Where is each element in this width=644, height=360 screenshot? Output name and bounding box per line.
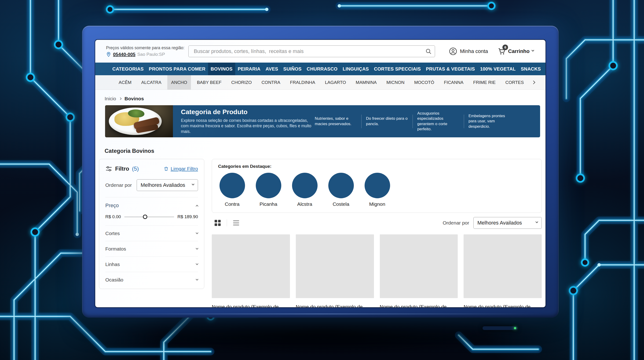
- greens-shape: [128, 109, 144, 117]
- category-image-placeholder: [328, 173, 354, 198]
- nav-item-categorias[interactable]: CATEGORIAS: [110, 63, 146, 75]
- product-name: Nome do produto (Exemplo de: [380, 304, 458, 307]
- nav-item-snacks[interactable]: SNACKS: [518, 63, 544, 75]
- subnav-item-contra[interactable]: CONTRA: [258, 75, 284, 90]
- subnav-item-ancho[interactable]: ANCHO: [167, 75, 191, 90]
- chevron-down-icon: [196, 231, 198, 234]
- category-label: Alcstra: [297, 201, 312, 207]
- zip-code-link[interactable]: 05440-005: [113, 52, 136, 57]
- featured-category-mignon[interactable]: Mignon: [364, 173, 390, 207]
- topbar: Preços válidos somente para essa região:…: [95, 40, 546, 63]
- product-card[interactable]: Nome do produto (Exemplo de: [212, 234, 290, 307]
- nav-item-100-vegetal[interactable]: 100% VEGETAL: [478, 63, 518, 75]
- chevron-down-icon: [192, 183, 194, 186]
- filter-group-cortes[interactable]: Cortes: [105, 226, 198, 241]
- product-name: Nome do produto (Exemplo de: [464, 304, 542, 307]
- subnav-item-fraldinha[interactable]: FRALDINHA: [286, 75, 319, 90]
- search-input[interactable]: [188, 46, 435, 57]
- price-slider-handle[interactable]: [143, 215, 148, 219]
- subnav-item-lagarto[interactable]: LAGARTO: [321, 75, 350, 90]
- featured-category-picanha[interactable]: Picanha: [255, 173, 282, 207]
- nav-item-variados[interactable]: VARIADOS: [544, 63, 546, 75]
- clear-filter-label: Limgar Filtro: [170, 166, 198, 171]
- search-button[interactable]: [424, 47, 433, 56]
- sub-navigation: ACÊM ALCATRA ANCHO BABY BEEF CHORIZO CON…: [95, 75, 546, 90]
- subnav-item-acem[interactable]: ACÊM: [115, 75, 135, 90]
- subnav-item-ficanna[interactable]: FICANNA: [440, 75, 467, 90]
- nav-item-churrasco[interactable]: CHURRASCO: [304, 63, 340, 75]
- subnav-item-micnon[interactable]: MICNON: [382, 75, 408, 90]
- filter-group-formatos[interactable]: Formatos: [105, 241, 198, 256]
- toolbar-sort: Ordenar por Melhores Availados: [443, 217, 542, 229]
- monitor-frame: Preços válidos somente para essa região:…: [82, 26, 558, 318]
- product-card[interactable]: Nome do produto (Exemplo de: [380, 234, 458, 307]
- subnav-scroll-right-button[interactable]: [530, 79, 537, 86]
- product-name: Nome do produto (Exemplo de: [296, 304, 374, 307]
- breadcrumb: Inicio Bovinos: [104, 96, 542, 101]
- category-label: Mignon: [369, 201, 386, 207]
- product-image-placeholder: [212, 234, 290, 298]
- price-max: R$ 189.90: [178, 214, 198, 219]
- desktop-background: Preços válidos somente para essa região:…: [0, 0, 644, 360]
- chevron-down-icon: [532, 49, 534, 51]
- hero-description: Explore nossa seleção de cornes boxinas …: [181, 118, 312, 134]
- filter-header: Filtro (5) Limgar Filtro: [105, 165, 198, 172]
- subnav-item-alcatra[interactable]: ALCATRA: [137, 75, 165, 90]
- user-icon: [449, 47, 457, 55]
- featured-category-alcstra[interactable]: Alcstra: [292, 173, 318, 207]
- cart-icon-wrap: 6: [498, 47, 506, 55]
- subnav-item-cortes[interactable]: CORTES: [502, 75, 528, 90]
- featured-categories-box: Categories em Destaque: Contra Picanha: [212, 159, 542, 213]
- category-image-placeholder: [292, 173, 318, 198]
- featured-heading: Categories em Destaque:: [218, 164, 536, 169]
- featured-items: Contra Picanha Alcstra: [218, 173, 536, 207]
- nav-item-linguicas[interactable]: LINGUIÇAS: [340, 63, 372, 75]
- toolbar-sort-label: Ordenar por: [443, 220, 469, 226]
- category-image-placeholder: [364, 173, 390, 198]
- featured-category-costela[interactable]: Costela: [328, 173, 354, 207]
- filter-group-ocasiao[interactable]: Ocasião: [105, 272, 198, 287]
- subnav-item-mocoto[interactable]: MOCOTÓ: [410, 75, 438, 90]
- nav-item-suinos[interactable]: SUIÑOS: [281, 63, 304, 75]
- main-row: Filtro (5) Limgar Filtro Or: [99, 159, 542, 307]
- nav-item-prontos-para-comer[interactable]: PRONTOS PARA COMER: [146, 63, 208, 75]
- filter-sort-select[interactable]: Melhores Avaliados: [137, 179, 198, 191]
- grid-view-button[interactable]: [214, 219, 222, 227]
- category-label: Picanha: [260, 201, 277, 207]
- filter-group-label: Ocasião: [105, 277, 123, 283]
- subnav-item-mamnina[interactable]: MAMNINA: [352, 75, 380, 90]
- cart-label: Carrinho: [508, 48, 530, 54]
- nav-item-cortes-especiais[interactable]: CORTES SPECCIAIS: [372, 63, 423, 75]
- nav-item-bovinos[interactable]: BOVINOS: [208, 63, 235, 75]
- nav-item-peiraria[interactable]: PEIRARIA: [235, 63, 263, 75]
- trash-icon: [164, 166, 169, 171]
- featured-category-contra[interactable]: Contra: [219, 173, 245, 207]
- filter-group-linhas[interactable]: Linhas: [105, 256, 198, 272]
- nav-item-aves[interactable]: AVES: [263, 63, 281, 75]
- filter-title: Filtro: [115, 165, 129, 172]
- subnav-item-baby-beef[interactable]: BABY BEEF: [193, 75, 225, 90]
- product-image-placeholder: [380, 234, 458, 298]
- hero-food-image: [105, 105, 173, 137]
- toolbar-sort-value: Melhores Availados: [478, 220, 522, 226]
- search-icon: [425, 48, 432, 55]
- breadcrumb-home-link[interactable]: Inicio: [104, 96, 116, 101]
- subnav-item-chorizo[interactable]: CHORIZO: [228, 75, 256, 90]
- grid-view-icon: [214, 220, 221, 226]
- product-card[interactable]: Nome do produto (Exemplo de: [464, 234, 542, 307]
- region-block: Preços válidos somente para essa região:…: [106, 46, 188, 57]
- toolbar-divider: [227, 219, 227, 226]
- account-button[interactable]: Minha conta: [449, 47, 488, 55]
- price-section-header[interactable]: Preço: [105, 203, 198, 209]
- filter-sort-value: Melhores Avaliados: [141, 182, 185, 188]
- product-card[interactable]: Nome do produto (Exemplo de: [296, 234, 374, 307]
- cart-button[interactable]: 6 Carrinho: [498, 47, 534, 55]
- list-view-button[interactable]: [232, 219, 240, 226]
- filter-sliders-icon: [105, 165, 112, 172]
- chevron-right-icon: [532, 81, 536, 84]
- subnav-item-frime-rie[interactable]: FRIME RIE: [470, 75, 500, 90]
- nav-item-frutas-vegetais[interactable]: PRUTAS & VEGETAIS: [423, 63, 478, 75]
- feature-divider: [361, 115, 362, 128]
- toolbar-sort-select[interactable]: Melhores Availados: [474, 217, 542, 229]
- clear-filter-button[interactable]: Limgar Filtro: [164, 166, 198, 171]
